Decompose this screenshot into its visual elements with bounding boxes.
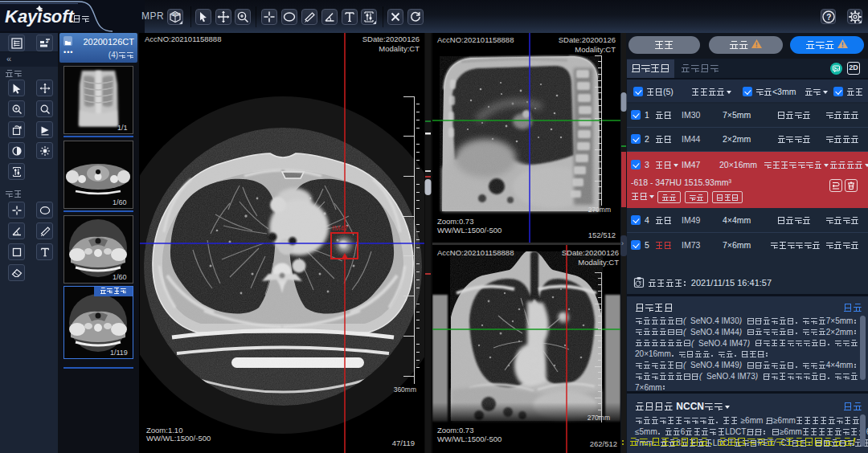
svg-text:SDate:20200126: SDate:20200126 bbox=[559, 35, 616, 44]
svg-text:AccNO:202101158888: AccNO:202101158888 bbox=[437, 35, 514, 44]
svg-text:?: ? bbox=[826, 12, 831, 21]
svg-text:Modality:CT: Modality:CT bbox=[379, 44, 420, 53]
svg-text:AccNO:202101158888: AccNO:202101158888 bbox=[437, 248, 514, 257]
svg-text:270mm: 270mm bbox=[588, 414, 610, 422]
svg-text:1/60: 1/60 bbox=[113, 273, 127, 281]
svg-text:Zoom:0.73: Zoom:0.73 bbox=[437, 426, 473, 435]
svg-text:AccNO:202101158888: AccNO:202101158888 bbox=[145, 35, 221, 43]
svg-text:1/119: 1/119 bbox=[110, 349, 128, 357]
svg-text:SDate:20200126: SDate:20200126 bbox=[562, 248, 619, 257]
svg-text:270mm: 270mm bbox=[588, 206, 611, 214]
svg-text:Modality:CT: Modality:CT bbox=[575, 45, 616, 54]
svg-text:MPR: MPR bbox=[172, 13, 181, 17]
svg-text:IM47: IM47 bbox=[332, 224, 348, 232]
svg-text:360mm: 360mm bbox=[394, 386, 416, 394]
svg-text:WW/WL:1500/-500: WW/WL:1500/-500 bbox=[437, 226, 502, 235]
svg-text:Modality:CT: Modality:CT bbox=[578, 258, 619, 267]
svg-text:WW/WL:1500/-500: WW/WL:1500/-500 bbox=[146, 434, 211, 443]
svg-text:Zoom:0.73: Zoom:0.73 bbox=[437, 217, 473, 226]
svg-text:1/1: 1/1 bbox=[117, 124, 128, 132]
svg-text:SDate:20200126: SDate:20200126 bbox=[362, 35, 420, 43]
svg-text:262/512: 262/512 bbox=[590, 439, 617, 448]
svg-text:WW/WL:1500/-500: WW/WL:1500/-500 bbox=[437, 435, 502, 443]
svg-text:1/60: 1/60 bbox=[113, 198, 127, 206]
svg-text:152/512: 152/512 bbox=[588, 231, 616, 239]
svg-text:47/119: 47/119 bbox=[392, 439, 415, 447]
